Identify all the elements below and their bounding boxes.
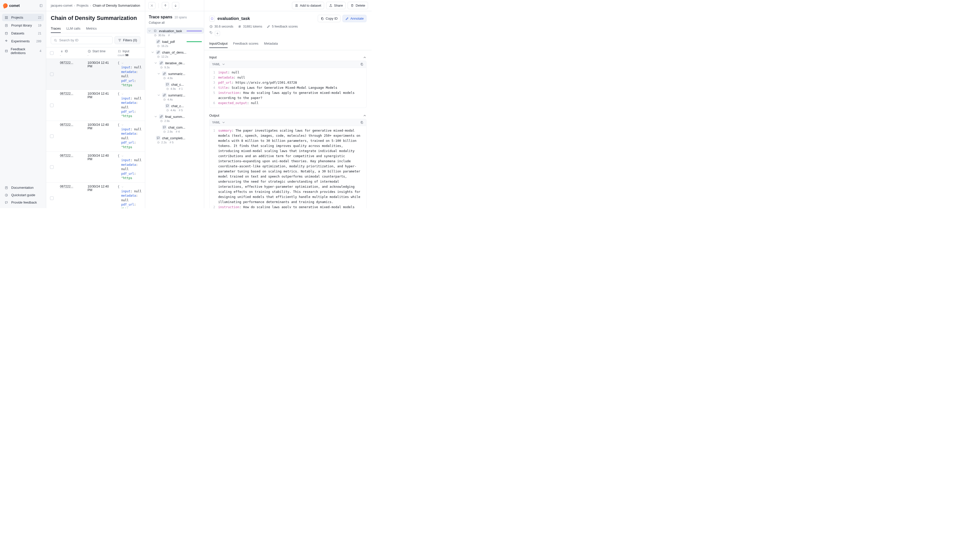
delete-button[interactable]: Delete [348, 2, 368, 9]
filters-button[interactable]: Filters (0) [115, 36, 140, 44]
format-select[interactable]: YAML [212, 62, 225, 66]
table-row[interactable]: 067222...10/30/24 12:40 PM{ input: nullm… [46, 152, 145, 183]
span-row[interactable]: load_pdf [150, 38, 204, 44]
sidebar-item-count: 4 [40, 49, 41, 53]
row-time: 10/30/24 12:41 PM [85, 59, 115, 89]
copy-id-button[interactable]: Copy ID [318, 15, 340, 22]
clock-icon [88, 49, 91, 53]
span-type-icon [156, 136, 161, 140]
caret-icon[interactable] [151, 51, 154, 54]
format-select[interactable]: YAML [212, 121, 225, 124]
tab-feedback-scores[interactable]: Feedback scores [233, 40, 259, 48]
search-input[interactable]: Search by ID [51, 36, 113, 44]
row-checkbox[interactable] [46, 59, 57, 89]
span-type-icon [165, 82, 170, 87]
sidebar-footer-quickstart-guide[interactable]: Quickstart guide [2, 191, 44, 199]
span-type-icon [162, 125, 167, 130]
span-row[interactable]: chain_of_dens... [150, 49, 204, 55]
tab-traces[interactable]: Traces [51, 24, 61, 33]
table-row[interactable]: 067222...10/30/24 12:40 PM{ input: nullm… [46, 183, 145, 208]
sidebar-item-experiments[interactable]: Experiments289 [2, 38, 44, 45]
row-id[interactable]: 067222... [57, 90, 85, 121]
sidebar-item-prompt-library[interactable]: Prompt library19 [2, 22, 44, 29]
span-row[interactable]: evaluation_task [147, 27, 204, 34]
svg-rect-5 [5, 24, 7, 27]
span-duration: 2.2s [161, 141, 167, 144]
caret-icon[interactable] [157, 94, 161, 97]
output-section-toggle[interactable]: Output [209, 112, 366, 119]
breadcrumb-workspace[interactable]: jacques-comet [51, 3, 73, 7]
arrow-down-icon [174, 4, 177, 7]
span-row[interactable]: summariz... [156, 92, 204, 98]
col-id-header[interactable]: ID [60, 49, 83, 53]
col-input-header[interactable]: Input [118, 49, 142, 53]
copy-output-button[interactable] [360, 121, 364, 124]
sidebar-item-projects[interactable]: Projects22 [2, 14, 44, 21]
collapse-all-button[interactable]: Collapse all [149, 21, 200, 24]
table-row[interactable]: 067222...10/30/24 12:41 PM{ input: nullm… [46, 90, 145, 121]
span-node: evaluation_task30.6s# [147, 27, 204, 38]
span-row[interactable]: chat_completi... [150, 135, 204, 141]
tab-metrics[interactable]: Metrics [86, 24, 97, 33]
svg-point-6 [5, 32, 7, 33]
arrow-up-icon [164, 4, 167, 7]
close-panel-button[interactable] [148, 2, 156, 9]
next-trace-button[interactable] [172, 2, 179, 9]
caret-icon[interactable] [148, 29, 151, 33]
input-section-toggle[interactable]: Input [209, 54, 366, 61]
sidebar-item-count: 22 [38, 16, 41, 19]
annotate-button[interactable]: Annotate [342, 15, 366, 22]
span-node: load_pdf16.2s [150, 38, 204, 49]
span-row[interactable]: iterative_de... [153, 60, 204, 66]
tab-input-output[interactable]: Input/Output [209, 40, 228, 48]
span-row[interactable]: summariz... [156, 70, 204, 76]
share-button[interactable]: Share [326, 2, 346, 9]
span-type-icon [165, 103, 170, 108]
col-time-header[interactable]: Start time [88, 49, 113, 53]
logo[interactable]: comet [3, 3, 20, 8]
span-row[interactable]: chat_c... [159, 103, 204, 109]
breadcrumb-projects[interactable]: Projects [76, 3, 89, 7]
row-id[interactable]: 067222... [57, 121, 85, 151]
caret-icon[interactable] [157, 72, 161, 76]
span-meta: 30.6s# [151, 34, 204, 38]
page-title: Chain of Density Summarization [51, 15, 140, 21]
row-id[interactable]: 067222... [57, 59, 85, 89]
sidebar-footer-documentation[interactable]: Documentation [2, 184, 44, 191]
span-node: final_summ...2.9s [153, 113, 204, 124]
sidebar-item-feedback-definitions[interactable]: Feedback definitions4 [2, 45, 44, 57]
stat-duration: 30.6 seconds [209, 25, 233, 28]
svg-rect-27 [361, 64, 363, 65]
sidebar-collapse-icon[interactable] [39, 4, 43, 7]
tab-llm-calls[interactable]: LLM calls [66, 24, 80, 33]
copy-input-button[interactable] [360, 62, 364, 66]
caret-icon[interactable] [154, 115, 158, 118]
table-row[interactable]: 067222...10/30/24 12:40 PM{ input: nullm… [46, 121, 145, 152]
select-all-checkbox[interactable] [46, 48, 57, 59]
add-tag-button[interactable] [215, 31, 220, 36]
sidebar-footer-provide-feedback[interactable]: Provide feedback [2, 199, 44, 206]
row-checkbox[interactable] [46, 90, 57, 121]
span-meta: 4.9s# 1 [164, 87, 204, 92]
row-id[interactable]: 067222... [57, 183, 85, 208]
row-checkbox[interactable] [46, 183, 57, 208]
row-checkbox[interactable] [46, 152, 57, 183]
span-node: summariz...4.4s [156, 92, 204, 103]
caret-icon[interactable] [154, 61, 158, 65]
pencil-icon [267, 25, 270, 28]
span-row[interactable]: chat_com... [156, 124, 204, 130]
table-row[interactable]: 067222...10/30/24 12:41 PM{ input: nullm… [46, 59, 145, 90]
code-line: 4title: Scaling Laws for Generative Mixe… [212, 85, 364, 90]
tab-metadata[interactable]: Metadata [264, 40, 278, 48]
span-row[interactable]: chat_c... [159, 81, 204, 87]
prev-trace-button[interactable] [162, 2, 169, 9]
sidebar-item-datasets[interactable]: Datasets21 [2, 30, 44, 37]
row-checkbox[interactable] [46, 121, 57, 151]
span-row[interactable]: final_summ... [153, 113, 204, 119]
sidebar-item-count: 19 [38, 24, 41, 27]
span-meta: 16.2s [154, 44, 204, 49]
span-meta: 4.4s# 5 [164, 109, 204, 113]
row-id[interactable]: 067222... [57, 152, 85, 183]
add-to-dataset-button[interactable]: Add to dataset [292, 2, 324, 9]
nav-icon [5, 24, 9, 27]
